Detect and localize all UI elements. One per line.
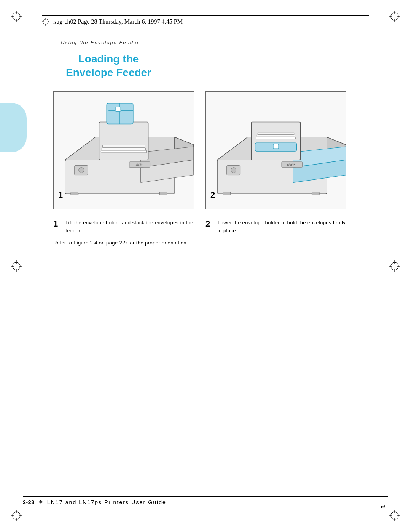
svg-rect-53 [71, 192, 78, 195]
svg-rect-47 [102, 148, 145, 150]
svg-rect-62 [251, 122, 300, 160]
reg-mark-top-left [11, 11, 22, 22]
step-1-note: Refer to Figure 2.4 on page 2-9 for the … [53, 239, 194, 247]
footer-diamond: ❖ [38, 499, 43, 505]
illustration-1: Digital 1 [53, 91, 194, 209]
reg-mark-bottom-right [389, 510, 400, 521]
svg-rect-73 [223, 192, 231, 195]
reg-mark-center-left [11, 260, 22, 272]
footer-page-number: 2-28 [23, 499, 35, 505]
page: kug-ch02 Page 28 Thursday, March 6, 1997… [0, 0, 411, 532]
page-title: Loading the Envelope Feeder [61, 52, 156, 80]
step-1-number: 1 [53, 219, 62, 229]
step-2-col: 2 Lower the envelope holder to hold the … [206, 219, 346, 247]
svg-point-30 [43, 19, 48, 24]
svg-rect-66 [256, 137, 295, 139]
svg-rect-74 [312, 192, 319, 195]
step-1-content: 1 Lift the envelope holder and stack the… [53, 219, 194, 235]
step-1-text: Lift the envelope holder and stack the e… [65, 219, 194, 235]
step-2-number: 2 [206, 219, 214, 229]
svg-text:1: 1 [58, 190, 63, 200]
svg-rect-46 [101, 150, 146, 153]
steps-row: 1 Lift the envelope holder and stack the… [53, 219, 365, 247]
section-label: Using the Envelope Feeder [61, 40, 388, 45]
svg-point-50 [79, 167, 84, 173]
title-heading: Loading the Envelope Feeder [61, 52, 156, 80]
svg-rect-41 [99, 122, 148, 160]
reg-mark-bottom-left [11, 510, 22, 521]
svg-rect-48 [102, 145, 145, 147]
illustration-2: Digital 2 [206, 91, 346, 209]
decorative-tab [0, 103, 27, 152]
header-bar: kug-ch02 Page 28 Thursday, March 6, 1997… [42, 15, 369, 28]
svg-rect-45 [115, 107, 121, 112]
content-area: Digital 1 [53, 91, 365, 247]
footer-title: LN17 and LN17ps Printers User Guide [47, 499, 166, 505]
images-row: Digital 1 [53, 91, 365, 209]
step-2-content: 2 Lower the envelope holder to hold the … [206, 219, 346, 235]
svg-rect-67 [257, 135, 295, 137]
reg-mark-top-right [389, 11, 400, 22]
footer-bar: 2-28 ❖ LN17 and LN17ps Printers User Gui… [23, 496, 388, 505]
reg-mark-center-right [389, 260, 400, 272]
page-corner-mark: ↵ [381, 503, 386, 511]
svg-point-70 [231, 167, 236, 173]
svg-rect-54 [159, 192, 167, 195]
svg-text:2: 2 [210, 190, 215, 200]
step-1-col: 1 Lift the envelope holder and stack the… [53, 219, 194, 247]
step-2-text: Lower the envelope holder to hold the en… [218, 219, 346, 235]
header-reg-icon [42, 18, 49, 26]
svg-rect-65 [273, 144, 279, 149]
svg-rect-68 [258, 133, 294, 134]
header-text: kug-ch02 Page 28 Thursday, March 6, 1997… [53, 18, 183, 25]
